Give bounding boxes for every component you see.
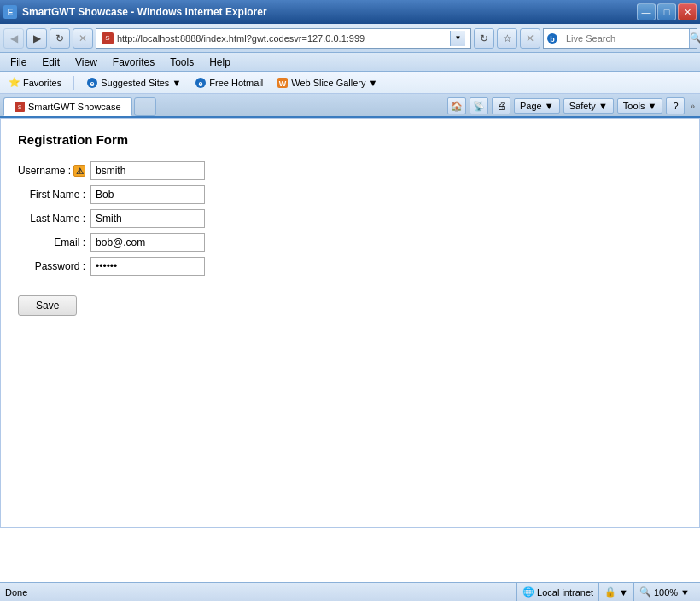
address-text: http://localhost:8888/index.html?gwt.cod…	[117, 33, 446, 44]
username-label-text: Username :	[18, 165, 71, 177]
stop2-button[interactable]: ✕	[520, 28, 540, 49]
active-tab[interactable]: S SmartGWT Showcase	[3, 97, 132, 116]
fav-divider-1	[73, 76, 74, 90]
address-favicon: S	[102, 32, 114, 44]
title-bar: E SmartGWT Showcase - Windows Internet E…	[0, 0, 700, 24]
favorites-bar: ⭐ Favorites e Suggested Sites ▼ e Free H…	[0, 72, 700, 94]
new-tab-input[interactable]	[134, 97, 156, 116]
search-box[interactable]: b 🔍	[543, 28, 697, 49]
suggested-sites[interactable]: e Suggested Sites ▼	[83, 76, 184, 90]
save-button[interactable]: Save	[18, 295, 77, 316]
star-icon: ⭐	[9, 77, 20, 89]
address-bar[interactable]: S http://localhost:8888/index.html?gwt.c…	[96, 28, 471, 49]
menu-edit[interactable]: Edit	[35, 55, 67, 70]
more-tools-button[interactable]: »	[688, 100, 697, 113]
browser-icon: E	[3, 5, 17, 19]
suggested-icon: e	[86, 77, 98, 89]
favorites-button[interactable]: ⭐ Favorites	[5, 76, 65, 90]
save-btn-wrapper: Save	[18, 287, 682, 316]
web-slice-gallery[interactable]: W Web Slice Gallery ▼	[273, 76, 381, 90]
page-label: Page ▼	[520, 101, 554, 111]
username-field-cell	[90, 159, 205, 183]
menu-bar: File Edit View Favorites Tools Help	[0, 53, 700, 72]
add-favorites-button[interactable]: ☆	[497, 28, 517, 49]
browser-content: Registration Form Username : ⚠ First Nam…	[0, 118, 700, 528]
lastname-input[interactable]	[90, 209, 205, 228]
page-menu[interactable]: Page ▼	[514, 98, 560, 114]
firstname-input[interactable]	[90, 185, 205, 204]
safety-label: Safety ▼	[569, 101, 608, 111]
home-button[interactable]: 🏠	[447, 97, 466, 114]
nav-bar: ◀ ▶ ↻ ✕ S http://localhost:8888/index.ht…	[0, 24, 700, 53]
menu-file[interactable]: File	[3, 55, 33, 70]
password-label: Password :	[18, 254, 90, 278]
menu-tools[interactable]: Tools	[163, 55, 201, 70]
help-button[interactable]: ?	[666, 97, 685, 114]
tab-favicon: S	[15, 102, 25, 112]
menu-favorites[interactable]: Favorites	[106, 55, 161, 70]
tools-label: Tools ▼	[623, 101, 657, 111]
svg-text:W: W	[279, 79, 287, 88]
svg-text:e: e	[90, 79, 95, 88]
window-title: SmartGWT Showcase - Windows Internet Exp…	[22, 6, 267, 18]
menu-view[interactable]: View	[68, 55, 104, 70]
tab-label: SmartGWT Showcase	[28, 102, 121, 112]
rss-button[interactable]: 📡	[470, 97, 488, 114]
menu-help[interactable]: Help	[202, 55, 237, 70]
safety-menu[interactable]: Safety ▼	[563, 98, 614, 114]
help-label: ?	[673, 101, 678, 111]
minimize-button[interactable]: —	[637, 3, 656, 20]
username-row: Username : ⚠	[18, 159, 205, 183]
close-button[interactable]: ✕	[678, 3, 697, 20]
lastname-row: Last Name :	[18, 207, 205, 230]
search-provider-icon: b	[546, 32, 558, 45]
warning-icon: ⚠	[73, 165, 85, 177]
title-bar-controls: — □ ✕	[637, 3, 697, 20]
hotmail-icon: e	[195, 77, 207, 89]
firstname-field-cell	[90, 183, 205, 207]
email-row: Email :	[18, 230, 205, 254]
search-input[interactable]	[561, 32, 689, 45]
lastname-field-cell	[90, 207, 205, 230]
forward-button[interactable]: ▶	[26, 28, 47, 49]
go-button[interactable]: ↻	[474, 28, 494, 49]
password-row: Password :	[18, 254, 205, 278]
email-input[interactable]	[90, 233, 205, 252]
suggested-label: Suggested Sites ▼	[101, 78, 181, 88]
username-input[interactable]	[90, 161, 205, 180]
username-label-wrapper: Username : ⚠	[18, 165, 85, 177]
search-button[interactable]: 🔍	[689, 29, 700, 48]
address-dropdown[interactable]: ▼	[450, 31, 465, 46]
form-title: Registration Form	[18, 132, 682, 147]
webslice-label: Web Slice Gallery ▼	[291, 78, 377, 88]
favorites-label: Favorites	[23, 78, 61, 88]
print-button[interactable]: 🖨	[492, 97, 510, 114]
back-button[interactable]: ◀	[3, 28, 24, 49]
hotmail-label: Free Hotmail	[209, 78, 263, 88]
username-label: Username : ⚠	[18, 159, 90, 183]
svg-text:e: e	[199, 79, 203, 88]
password-field-cell	[90, 254, 205, 278]
firstname-label: First Name :	[18, 183, 90, 207]
free-hotmail[interactable]: e Free Hotmail	[191, 76, 266, 90]
email-label: Email :	[18, 230, 90, 254]
maximize-button[interactable]: □	[657, 3, 676, 20]
registration-form: Username : ⚠ First Name : Last Name : E	[18, 159, 205, 278]
webslice-icon: W	[277, 77, 289, 89]
tab-bar: S SmartGWT Showcase 🏠 📡 🖨 Page ▼ Safety …	[0, 94, 700, 118]
svg-text:b: b	[550, 35, 555, 44]
tab-toolbar: 🏠 📡 🖨 Page ▼ Safety ▼ Tools ▼ ? »	[447, 97, 697, 116]
tools-menu[interactable]: Tools ▼	[617, 98, 663, 114]
email-field-cell	[90, 230, 205, 254]
refresh-button[interactable]: ↻	[50, 28, 70, 49]
stop-button[interactable]: ✕	[73, 28, 93, 49]
lastname-label: Last Name :	[18, 207, 90, 230]
password-input[interactable]	[90, 257, 205, 276]
title-bar-left: E SmartGWT Showcase - Windows Internet E…	[3, 5, 267, 19]
firstname-row: First Name :	[18, 183, 205, 207]
